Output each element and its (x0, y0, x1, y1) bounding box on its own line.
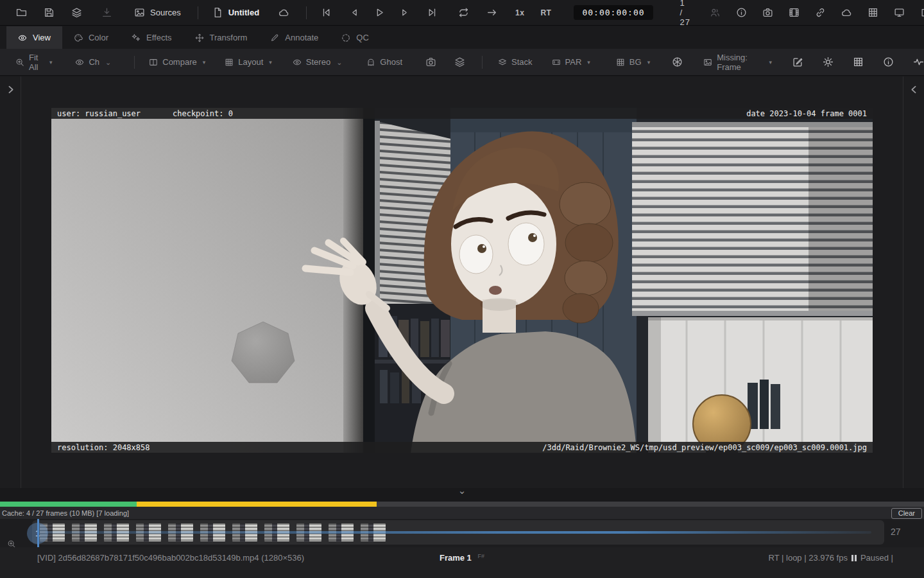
aperture-icon[interactable] (672, 57, 683, 67)
right-panel-expand-icon[interactable] (909, 84, 920, 95)
left-panel-expand-icon[interactable] (5, 84, 16, 95)
playback-status: RT | loop | 23.976 fps Paused | (769, 553, 893, 563)
tab-label: Annotate (285, 33, 318, 42)
info-icon[interactable] (736, 7, 747, 18)
eye-icon (293, 58, 302, 67)
snapshot-icon[interactable] (762, 7, 773, 18)
stack-icon (498, 58, 507, 67)
frame-label: Frame 1 (440, 553, 472, 563)
layout-label: Layout (238, 57, 263, 67)
split-view-icon (149, 58, 158, 67)
par-label: PAR (565, 57, 582, 67)
timecode-display[interactable]: 00:00:00:00 (574, 5, 653, 20)
timeline-end-frame: 27 (891, 527, 901, 537)
stack-label: Stack (511, 57, 533, 67)
cache-clear-button[interactable]: Clear (891, 508, 922, 519)
hud-resolution: resolution: 2048x858 (57, 443, 150, 452)
download-icon[interactable] (101, 7, 112, 18)
frame-artwork (51, 108, 873, 453)
palette-icon (74, 33, 83, 42)
channel-dropdown[interactable]: Ch ⌄ (75, 57, 111, 67)
loop-icon[interactable] (458, 7, 469, 18)
scopes-icon[interactable] (913, 57, 924, 67)
grid-overlay-icon[interactable] (853, 57, 864, 67)
tab-view[interactable]: View (6, 26, 62, 49)
step-forward-icon[interactable] (399, 7, 410, 18)
frame-unit-label[interactable]: F# (477, 553, 484, 559)
missing-frame-dropdown[interactable]: Missing: Frame ▾ (703, 53, 772, 72)
compare-dropdown[interactable]: Compare ▾ (149, 57, 205, 67)
hud-checkpoint: checkpoint: 0 (173, 109, 233, 118)
chevron-down-icon: ⌄ (336, 60, 342, 65)
divider (482, 56, 483, 69)
grid-icon[interactable] (868, 7, 878, 18)
cloud-icon[interactable] (278, 7, 289, 18)
caret-down-icon: ▾ (647, 59, 651, 66)
monitor-icon[interactable] (894, 7, 905, 18)
tab-transform[interactable]: Transform (184, 26, 259, 49)
play-once-icon[interactable] (486, 7, 497, 18)
speed-button[interactable]: 1x (515, 8, 524, 17)
layout-grid-icon (225, 58, 234, 67)
collaborators-icon[interactable] (710, 7, 721, 18)
top-toolbar: Sources Untitled 1x RT 00:00:00:00 1 / 2… (0, 0, 924, 26)
timeline: 1 27 (0, 519, 924, 547)
layers-icon[interactable] (454, 57, 465, 67)
compare-label: Compare (162, 57, 196, 67)
info-icon[interactable] (883, 57, 894, 67)
bg-label: BG (629, 57, 642, 67)
cache-cached-segment (0, 502, 137, 507)
sources-button[interactable]: Sources (134, 7, 181, 18)
divider (198, 6, 198, 19)
caret-down-icon: ▾ (769, 59, 772, 66)
cloud-sync-icon[interactable] (841, 7, 852, 18)
fit-all-dropdown[interactable]: Fit All ▾ (15, 53, 52, 72)
camera-icon[interactable] (425, 57, 436, 67)
edit-icon[interactable] (792, 57, 803, 67)
viewer-area: user: russian_user checkpoint: 0 date 20… (0, 76, 924, 488)
layout-dropdown[interactable]: Layout ▾ (225, 57, 272, 67)
ghost-button[interactable]: Ghost (366, 57, 402, 67)
document-title: Untitled (228, 8, 259, 17)
frame-counter: 1 / 27 (680, 0, 690, 27)
document-button[interactable]: Untitled (212, 7, 259, 18)
viewer-hud-bottom: resolution: 2048x858 /3dd/Raid/Brownie2_… (51, 442, 873, 453)
tab-qc[interactable]: QC (330, 26, 381, 49)
step-back-icon[interactable] (349, 7, 360, 18)
divider (134, 56, 135, 69)
open-folder-icon[interactable] (16, 7, 27, 18)
skip-to-start-icon[interactable] (321, 7, 332, 18)
bg-dropdown[interactable]: BG ▾ (616, 57, 650, 67)
expand-panel-button[interactable]: ⌄ (448, 487, 476, 498)
tab-annotate[interactable]: Annotate (259, 26, 330, 49)
pop-out-icon[interactable] (920, 7, 924, 18)
realtime-button[interactable]: RT (540, 8, 551, 17)
missing-frame-label: Missing: Frame (717, 53, 763, 72)
skip-to-end-icon[interactable] (427, 7, 438, 18)
audio-waveform (45, 531, 871, 534)
eye-icon (18, 33, 27, 42)
tab-effects[interactable]: Effects (120, 26, 184, 49)
timeline-track[interactable] (32, 520, 884, 545)
par-dropdown[interactable]: PAR ▾ (552, 57, 590, 67)
tab-label: Effects (146, 33, 172, 42)
viewer-image[interactable]: user: russian_user checkpoint: 0 date 20… (51, 108, 873, 453)
stereo-dropdown[interactable]: Stereo ⌄ (293, 57, 343, 67)
layers-icon[interactable] (71, 7, 82, 18)
stack-button[interactable]: Stack (498, 57, 533, 67)
tab-label: View (33, 33, 51, 42)
playhead[interactable] (37, 519, 39, 547)
tab-label: Color (89, 33, 108, 42)
film-icon[interactable] (789, 7, 800, 18)
tab-color[interactable]: Color (62, 26, 120, 49)
play-icon[interactable] (374, 7, 385, 18)
save-icon[interactable] (44, 7, 55, 18)
caret-down-icon: ▾ (269, 59, 272, 66)
brightness-icon[interactable] (823, 57, 834, 67)
fit-all-label: Fit All (29, 53, 44, 72)
view-toolbar: Fit All ▾ Ch ⌄ Compare ▾ Layout ▾ Stereo… (0, 49, 924, 76)
tab-label: QC (356, 33, 369, 42)
ghost-icon (366, 58, 375, 67)
link-icon[interactable] (815, 7, 826, 18)
hud-user: user: russian_user (57, 109, 173, 118)
